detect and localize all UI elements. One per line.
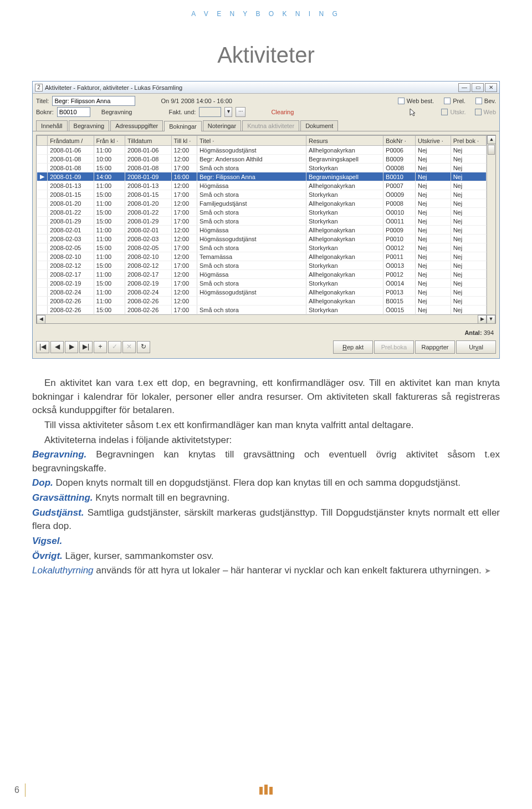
paragraph: Aktiviteterna indelas i följande aktivit…: [32, 434, 500, 447]
page-header: A V E N Y B O K N I N G: [0, 0, 532, 18]
faktund-input[interactable]: [199, 107, 221, 117]
tab-knutna-aktiviteter: Knutna aktiviteter: [242, 120, 299, 131]
faktund-browse[interactable]: ···: [236, 107, 245, 117]
window-icon: 2: [35, 84, 43, 91]
faktund-label: Fakt. und:: [168, 109, 196, 115]
table-row[interactable]: 2008-02-2611:002008-02-2612:00Allhelgona…: [37, 297, 487, 306]
tab-dokument[interactable]: Dokument: [300, 120, 338, 131]
cursor-icon: [409, 108, 418, 116]
table-row[interactable]: 2008-02-0311:002008-02-0312:00Högmässogu…: [37, 235, 487, 243]
column-header[interactable]: Titel ·: [197, 136, 306, 146]
page-title: Aktiviteter: [0, 43, 532, 68]
boknr-input[interactable]: [57, 107, 90, 117]
nav-confirm: ✓: [108, 341, 121, 353]
vertical-scrollbar[interactable]: ▲: [487, 135, 495, 314]
table-row[interactable]: 2008-02-1215:002008-02-1217:00Små och st…: [37, 261, 487, 270]
svg-rect-0: [259, 787, 263, 795]
column-header[interactable]: Utskrive ·: [416, 136, 451, 146]
prel-checkbox[interactable]: [444, 98, 451, 104]
nav-first[interactable]: |◀: [36, 341, 49, 353]
table-row[interactable]: 2008-01-0815:002008-01-0817:00Små och st…: [37, 164, 487, 172]
scroll-left-button[interactable]: ◀: [37, 315, 45, 324]
column-header[interactable]: Resurs: [306, 136, 383, 146]
app-window: 2 Aktiviteter - Fakturor, aktiviteter - …: [32, 81, 500, 359]
scroll-down-button[interactable]: ▼: [487, 315, 495, 324]
horizontal-scrollbar[interactable]: ◀ ▶ ▼: [37, 314, 495, 323]
web-label: Web: [484, 109, 496, 115]
urval-button[interactable]: Urval: [456, 340, 496, 354]
arrow-icon: ➤: [484, 566, 491, 575]
boknr-text: Begravning: [101, 109, 132, 115]
window-titlebar: 2 Aktiviteter - Fakturor, aktiviteter - …: [33, 82, 499, 94]
utskr-label: Utskr.: [450, 109, 466, 115]
boknr-label: Boknr:: [36, 109, 54, 115]
term: Vigsel.: [32, 536, 62, 546]
table-row[interactable]: 2008-02-2615:002008-02-2617:00Små och st…: [37, 306, 487, 314]
tab-begravning[interactable]: Begravning: [69, 120, 110, 131]
table-row[interactable]: 2008-02-1711:002008-02-1712:00HögmässaAl…: [37, 270, 487, 279]
date-label: On 9/1 2008 14:00 - 16:00: [161, 98, 232, 104]
data-grid: Fråndatum /Från kl ·TilldatumTill kl ·Ti…: [36, 135, 496, 324]
tab-noteringar[interactable]: Noteringar: [203, 120, 241, 131]
titel-input[interactable]: [52, 96, 135, 106]
nav-refresh[interactable]: ↻: [137, 341, 150, 353]
table-row[interactable]: 2008-01-0611:002008-01-0612:00Högmässogu…: [37, 146, 487, 155]
prelboka-button: Prel.boka: [374, 340, 414, 354]
bev-checkbox[interactable]: [475, 98, 482, 104]
bookings-table[interactable]: Fråndatum /Från kl ·TilldatumTill kl ·Ti…: [37, 135, 487, 314]
close-button[interactable]: ✕: [485, 83, 497, 92]
count-display: Antal: 394: [33, 327, 499, 338]
prel-label: Prel.: [453, 98, 466, 104]
nav-last[interactable]: ▶|: [79, 341, 93, 353]
page-footer: 6: [0, 783, 532, 797]
term: Lokaluthyrning: [32, 565, 94, 576]
navigator-bar: |◀ ◀ ▶ ▶| + ✓ ✕ ↻ Rep akt Prel.boka Rapp…: [33, 338, 499, 358]
table-row[interactable]: 2008-02-1011:002008-02-1012:00TemamässaA…: [37, 252, 487, 261]
svg-rect-2: [269, 787, 273, 795]
table-row[interactable]: 2008-01-1311:002008-01-1312:00HögmässaAl…: [37, 181, 487, 190]
tab-innehåll[interactable]: Innehåll: [36, 120, 68, 131]
scroll-thumb[interactable]: [488, 145, 495, 155]
table-row[interactable]: 2008-02-0111:002008-02-0112:00HögmässaAl…: [37, 226, 487, 235]
maximize-button[interactable]: ▭: [472, 83, 484, 92]
column-header[interactable]: Tilldatum: [125, 136, 171, 146]
nav-next[interactable]: ▶: [65, 341, 78, 353]
table-row[interactable]: 2008-01-2011:002008-01-2012:00Familjegud…: [37, 199, 487, 208]
utskr-checkbox: [441, 109, 448, 115]
svg-rect-1: [264, 785, 268, 795]
rapporter-button[interactable]: Rapporter: [415, 340, 455, 354]
table-row[interactable]: 2008-01-0810:002008-01-0812:00Begr: Ande…: [37, 155, 487, 164]
scroll-up-button[interactable]: ▲: [487, 135, 496, 144]
footer-divider: [25, 783, 25, 797]
term: Begravning.: [32, 449, 86, 460]
nav-add[interactable]: +: [94, 341, 107, 353]
term: Gravsättning.: [32, 492, 93, 503]
column-header[interactable]: Till kl ·: [171, 136, 197, 146]
nav-prev[interactable]: ◀: [50, 341, 64, 353]
window-title: Aktiviteter - Fakturor, aktiviteter - Lu…: [45, 84, 458, 91]
minimize-button[interactable]: ―: [458, 83, 470, 92]
faktund-dropdown[interactable]: ▼: [224, 107, 232, 117]
webbest-label: Web best.: [407, 98, 434, 104]
column-header[interactable]: Från kl ·: [94, 136, 125, 146]
table-row[interactable]: 2008-01-2215:002008-01-2217:00Små och st…: [37, 208, 487, 217]
article-body: En aktivitet kan vara t.ex ett dop, en b…: [32, 376, 500, 578]
tab-bokningar[interactable]: Bokningar: [164, 121, 202, 131]
column-header[interactable]: BokNr ·: [383, 136, 416, 146]
scroll-right-button[interactable]: ▶: [478, 315, 487, 324]
logo-icon: [258, 783, 274, 797]
table-row[interactable]: 2008-02-0515:002008-02-0517:00Små och st…: [37, 243, 487, 252]
tab-adressuppgifter[interactable]: Adressuppgifter: [110, 120, 163, 131]
webbest-checkbox[interactable]: [398, 98, 405, 104]
table-row[interactable]: 2008-02-1915:002008-02-1917:00Små och st…: [37, 279, 487, 288]
titel-label: Titel:: [36, 98, 49, 104]
table-row[interactable]: ▶2008-01-0914:002008-01-0916:00Begr: Fil…: [37, 172, 487, 181]
table-row[interactable]: 2008-01-1515:002008-01-1517:00Små och st…: [37, 190, 487, 199]
column-header[interactable]: Prel bok ·: [451, 136, 486, 146]
nav-delete: ✕: [122, 341, 136, 353]
column-header[interactable]: Fråndatum /: [48, 136, 94, 146]
repakt-button[interactable]: Rep akt: [333, 340, 373, 354]
term: Övrigt.: [32, 551, 63, 561]
table-row[interactable]: 2008-02-2411:002008-02-2412:00Högmässogu…: [37, 288, 487, 297]
table-row[interactable]: 2008-01-2915:002008-01-2917:00Små och st…: [37, 217, 487, 226]
